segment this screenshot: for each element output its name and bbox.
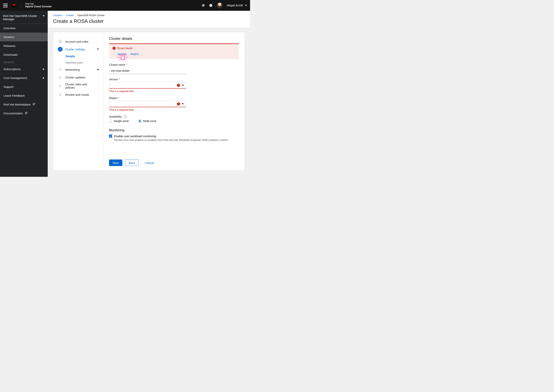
chevron-right-icon: ›: [75, 14, 76, 16]
chevron-right-icon: ›: [64, 14, 65, 16]
breadcrumb: Clusters › Create › OpenShift ROSA Clust…: [53, 14, 245, 17]
error-icon: !: [177, 102, 180, 105]
chevron-down-icon: [43, 15, 45, 16]
wizard-substep-machine-pool[interactable]: Machine pool: [65, 59, 101, 66]
field-region: Region* ! This is a required field: [109, 97, 186, 111]
sidebar-item-cost-management[interactable]: Cost management: [0, 73, 48, 82]
brand-top: Red Hat: [25, 3, 51, 5]
wizard-step-5[interactable]: 5Cluster roles and policies: [58, 81, 101, 91]
settings-icon[interactable]: [201, 4, 205, 7]
user-menu[interactable]: Abigail Archill: [227, 4, 247, 7]
region-label: Region: [109, 97, 117, 99]
username-label: Abigail Archill: [227, 4, 243, 7]
brand-logo[interactable]: Red Hat Hybrid Cloud Console: [12, 3, 51, 8]
wizard-step-2[interactable]: 2Cluster settings: [58, 45, 101, 53]
sidebar-item-overview[interactable]: Overview: [0, 24, 48, 33]
sidebar-item-documentation[interactable]: Documentation: [0, 109, 48, 118]
monitoring-checkbox[interactable]: [109, 134, 112, 138]
wizard-step-6[interactable]: 6Review and create: [58, 91, 101, 98]
sidebar-item-downloads[interactable]: Downloads: [0, 50, 48, 59]
sidebar-item-marketplace[interactable]: Red Hat Marketplace: [0, 100, 48, 109]
sidebar-context-switcher[interactable]: Red Hat OpenShift Cluster Manager: [0, 11, 48, 24]
help-icon[interactable]: ?: [124, 115, 127, 118]
sidebar-item-support[interactable]: Support: [0, 82, 48, 91]
wizard-footer: Next Back Cancel: [109, 154, 239, 166]
cluster-name-input[interactable]: [109, 67, 186, 74]
sidebar-context-label: Red Hat OpenShift Cluster Manager: [3, 14, 43, 21]
sidebar-item-clusters[interactable]: Clusters: [0, 33, 48, 41]
next-button[interactable]: Next: [109, 160, 122, 166]
sidebar-item-feedback[interactable]: Leave Feedback: [0, 91, 48, 100]
svg-line-7: [119, 59, 121, 61]
wizard-step-4[interactable]: 4Cluster updates: [58, 73, 101, 81]
chevron-down-icon: [97, 49, 99, 50]
back-button[interactable]: Back: [125, 160, 139, 166]
radio-single-zone[interactable]: Single zone: [109, 119, 129, 123]
svg-text:?: ?: [210, 4, 211, 7]
wizard-card: 1Account and roles 2Cluster settings Det…: [53, 32, 245, 170]
page-title: Create a ROSA cluster: [53, 18, 245, 24]
wizard-substep-details[interactable]: Details: [65, 53, 101, 59]
alert-link-region[interactable]: Region: [130, 52, 139, 56]
monitoring-checkbox-label: Enable user workload monitoring: [114, 134, 156, 138]
svg-line-8: [124, 59, 126, 61]
monitoring-description: Monitor your own projects in isolation f…: [114, 139, 239, 141]
wizard-step-1[interactable]: 1Account and roles: [58, 38, 101, 45]
sidebar-item-subscriptions[interactable]: Subscriptions: [0, 64, 48, 73]
sidebar-section-insights: INSIGHTS: [0, 59, 48, 64]
breadcrumb-create[interactable]: Create: [66, 14, 73, 17]
top-bar: Red Hat Hybrid Cloud Console ? Abigail A…: [0, 0, 250, 11]
external-link-icon: [33, 103, 35, 105]
chevron-right-icon: [98, 69, 99, 70]
section-title: Cluster details: [109, 36, 239, 41]
field-availability: Availability? Single zone Multi-zone: [109, 115, 239, 123]
wizard-body: Cluster details ! Errors found Version R…: [103, 32, 245, 170]
sidebar: Red Hat OpenShift Cluster Manager Overvi…: [0, 11, 48, 177]
wizard-step-3[interactable]: 3Networking: [58, 66, 101, 73]
cluster-name-label: Cluster name: [109, 63, 125, 66]
page-header: Clusters › Create › OpenShift ROSA Clust…: [48, 11, 250, 28]
wizard-nav: 1Account and roles 2Cluster settings Det…: [53, 32, 103, 170]
chevron-down-icon: [245, 5, 247, 6]
help-icon[interactable]: ?: [209, 4, 213, 7]
alert-link-version[interactable]: Version: [117, 52, 127, 56]
error-icon: !: [113, 47, 116, 50]
redhat-icon: [12, 3, 16, 7]
svg-line-6: [125, 57, 128, 57]
version-label: Version: [109, 78, 118, 81]
cancel-button[interactable]: Cancel: [141, 160, 158, 166]
breadcrumb-clusters[interactable]: Clusters: [53, 14, 62, 17]
region-error-text: This is a required field: [109, 108, 186, 111]
availability-label: Availability: [109, 115, 122, 118]
user-avatar[interactable]: [217, 2, 223, 8]
chevron-right-icon: [43, 77, 44, 79]
chevron-right-icon: [43, 68, 44, 70]
svg-line-5: [117, 57, 120, 57]
external-link-icon: [25, 112, 28, 114]
chevron-down-icon: [182, 103, 184, 105]
field-version: Version* ! This is a required field: [109, 78, 186, 93]
menu-toggle-icon[interactable]: [3, 3, 8, 8]
brand-bottom: Hybrid Cloud Console: [25, 5, 51, 8]
region-select[interactable]: !: [109, 101, 186, 107]
alert-title: Errors found: [117, 47, 132, 50]
breadcrumb-current: OpenShift ROSA Cluster: [77, 14, 105, 17]
error-alert: ! Errors found Version Region: [109, 43, 239, 59]
version-error-text: This is a required field: [109, 90, 186, 93]
sidebar-item-releases[interactable]: Releases: [0, 41, 48, 50]
monitoring-heading: Monitoring: [109, 128, 239, 132]
field-cluster-name: Cluster name*: [109, 63, 186, 74]
error-icon: !: [177, 84, 180, 87]
version-select[interactable]: !: [109, 82, 186, 89]
chevron-down-icon: [182, 85, 184, 86]
